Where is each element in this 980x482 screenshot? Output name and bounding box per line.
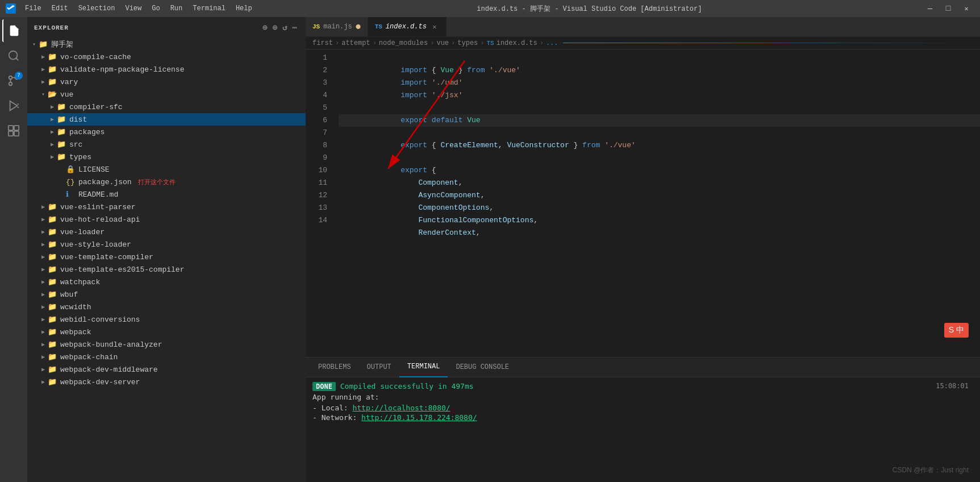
- tab-terminal[interactable]: TERMINAL: [399, 358, 448, 377]
- window-controls[interactable]: ― □ ✕: [922, 3, 974, 14]
- editor-content[interactable]: 1 2 3 4 5 6 7 8 9 10 11 12 13 14: [306, 49, 980, 357]
- menu-file[interactable]: File: [20, 3, 46, 14]
- tree-item-watchpack[interactable]: ▶ 📁 watchpack: [27, 276, 306, 288]
- breadcrumb-index-dts[interactable]: index.d.ts: [497, 39, 537, 47]
- svg-rect-13: [14, 131, 19, 136]
- tree-item-vo-compile-cache[interactable]: ▶ 📁 vo-compile-cache: [27, 51, 306, 63]
- activity-extensions[interactable]: [2, 119, 25, 142]
- tree-item-packages[interactable]: ▶ 📁 packages: [27, 126, 306, 138]
- minimize-button[interactable]: ―: [922, 3, 938, 14]
- arrow-icon: ▶: [39, 252, 48, 261]
- breadcrumb-node-modules[interactable]: node_modules: [379, 39, 428, 47]
- tab-debug-console[interactable]: DEBUG CONSOLE: [448, 358, 517, 377]
- new-file-icon[interactable]: ⊕: [261, 22, 269, 34]
- activity-search[interactable]: [2, 44, 25, 67]
- tree-item-vue-template-es2015[interactable]: ▶ 📁 vue-template-es2015-compiler: [27, 263, 306, 276]
- arrow-icon: ▶: [48, 140, 57, 149]
- code-line-9: export {: [339, 152, 980, 164]
- tree-item-vary[interactable]: ▶ 📁 vary: [27, 76, 306, 88]
- menu-go[interactable]: Go: [147, 3, 164, 14]
- title-bar: File Edit Selection View Go Run Terminal…: [0, 0, 980, 17]
- maximize-button[interactable]: □: [940, 3, 956, 14]
- tree-item-validate[interactable]: ▶ 📁 validate-npm-package-license: [27, 63, 306, 76]
- line-numbers: 1 2 3 4 5 6 7 8 9 10 11 12 13 14: [306, 49, 334, 357]
- item-label: webpack: [60, 328, 306, 336]
- tree-item-vue[interactable]: ▾ 📂 vue: [27, 88, 306, 101]
- tab-index-dts[interactable]: TS index.d.ts ✕: [368, 17, 447, 36]
- activity-explorer[interactable]: [2, 19, 25, 42]
- menu-help[interactable]: Help: [231, 3, 257, 14]
- tree-item-vue-template-compiler[interactable]: ▶ 📁 vue-template-compiler: [27, 251, 306, 263]
- root-folder-icon: 📁: [39, 40, 49, 49]
- folder-icon: 📁: [48, 302, 58, 311]
- breadcrumb-first[interactable]: first: [312, 39, 333, 47]
- tree-item-vue-loader[interactable]: ▶ 📁 vue-loader: [27, 226, 306, 238]
- local-url[interactable]: http://localhost:8080/: [352, 404, 450, 412]
- tab-close-button[interactable]: ✕: [430, 22, 439, 31]
- json-icon: {}: [66, 178, 76, 186]
- ime-badge[interactable]: S 中: [944, 323, 969, 338]
- tree-item-webidl[interactable]: ▶ 📁 webidl-conversions: [27, 313, 306, 326]
- activity-source-control[interactable]: 7: [2, 69, 25, 92]
- tree-item-webpack-dev-server[interactable]: ▶ 📁 webpack-dev-server: [27, 376, 306, 388]
- menu-terminal[interactable]: Terminal: [188, 3, 230, 14]
- tree-item-webpack[interactable]: ▶ 📁 webpack: [27, 326, 306, 338]
- item-label: vue-template-es2015-compiler: [60, 265, 306, 274]
- breadcrumb-ellipsis[interactable]: ...: [546, 39, 558, 47]
- modified-indicator: ⬤: [356, 24, 361, 29]
- ellipsis-icon[interactable]: ⋯: [291, 22, 299, 34]
- tree-item-vue-hot[interactable]: ▶ 📁 vue-hot-reload-api: [27, 213, 306, 226]
- spacer: [57, 165, 66, 174]
- folder-icon: 📁: [48, 227, 58, 236]
- code-editor[interactable]: import { Vue } from './vue' import './um…: [334, 49, 980, 357]
- arrow-icon: ▶: [48, 115, 57, 124]
- menu-bar[interactable]: File Edit Selection View Go Run Terminal…: [20, 3, 257, 14]
- tree-item-types[interactable]: ▶ 📁 types: [27, 151, 306, 163]
- tree-item-wbuf[interactable]: ▶ 📁 wbuf: [27, 288, 306, 301]
- sidebar-actions[interactable]: ⊕ ⊕ ↺ ⋯: [261, 22, 299, 34]
- network-label: - Network:: [312, 413, 361, 422]
- breadcrumb-types[interactable]: types: [457, 39, 478, 47]
- tab-output[interactable]: OUTPUT: [359, 358, 399, 377]
- terminal-content[interactable]: 15:08:01 DONE Compiled successfully in 4…: [306, 377, 980, 482]
- tree-item-license[interactable]: 🔒 LICENSE: [27, 163, 306, 176]
- refresh-icon[interactable]: ↺: [281, 22, 289, 34]
- arrow-icon: ▶: [48, 152, 57, 161]
- tree-item-webpack-bundle[interactable]: ▶ 📁 webpack-bundle-analyzer: [27, 338, 306, 351]
- menu-view[interactable]: View: [120, 3, 146, 14]
- tab-main-js[interactable]: JS main.js ⬤: [306, 17, 368, 36]
- arrow-icon: ▶: [39, 365, 48, 374]
- folder-icon: 📁: [57, 102, 67, 111]
- tree-item-package-json[interactable]: {} package.json 打开这个文件: [27, 176, 306, 188]
- editor-scroll[interactable]: 1 2 3 4 5 6 7 8 9 10 11 12 13 14: [306, 49, 980, 357]
- tree-item-vue-eslint[interactable]: ▶ 📁 vue-eslint-parser: [27, 201, 306, 213]
- new-folder-icon[interactable]: ⊕: [272, 22, 279, 34]
- item-label: compiler-sfc: [69, 103, 306, 111]
- tree-item-webpack-dev-mw[interactable]: ▶ 📁 webpack-dev-middleware: [27, 363, 306, 376]
- tab-label: main.js: [323, 23, 352, 31]
- network-url[interactable]: http://10.15.178.224:8080/: [361, 413, 477, 422]
- arrow-icon: ▶: [39, 340, 48, 349]
- close-button[interactable]: ✕: [958, 3, 974, 14]
- tree-item-webpack-chain[interactable]: ▶ 📁 webpack-chain: [27, 351, 306, 363]
- folder-icon: 📁: [48, 340, 58, 349]
- tree-item-src[interactable]: ▶ 📁 src: [27, 138, 306, 151]
- tree-root[interactable]: ▾ 📁 脚手架: [27, 38, 306, 51]
- tree-item-readme[interactable]: ℹ README.md: [27, 188, 306, 201]
- menu-selection[interactable]: Selection: [74, 3, 120, 14]
- folder-icon: 📁: [48, 240, 58, 249]
- editor-area: JS main.js ⬤ TS index.d.ts ✕ first › att…: [306, 17, 980, 482]
- menu-edit[interactable]: Edit: [47, 3, 73, 14]
- menu-run[interactable]: Run: [166, 3, 187, 14]
- tab-problems[interactable]: PROBLEMS: [310, 358, 359, 377]
- activity-run[interactable]: [2, 94, 25, 117]
- tree-item-wcwidth[interactable]: ▶ 📁 wcwidth: [27, 301, 306, 313]
- breadcrumb-vue[interactable]: vue: [436, 39, 449, 47]
- tree-item-compiler-sfc[interactable]: ▶ 📁 compiler-sfc: [27, 101, 306, 113]
- tree-item-dist[interactable]: ▶ 📁 dist: [27, 113, 306, 126]
- tree-item-vue-style[interactable]: ▶ 📁 vue-style-loader: [27, 238, 306, 251]
- breadcrumb-attempt[interactable]: attempt: [341, 39, 370, 47]
- folder-icon: 📁: [48, 327, 58, 336]
- svg-rect-12: [9, 131, 13, 136]
- folder-icon: 📁: [57, 127, 67, 136]
